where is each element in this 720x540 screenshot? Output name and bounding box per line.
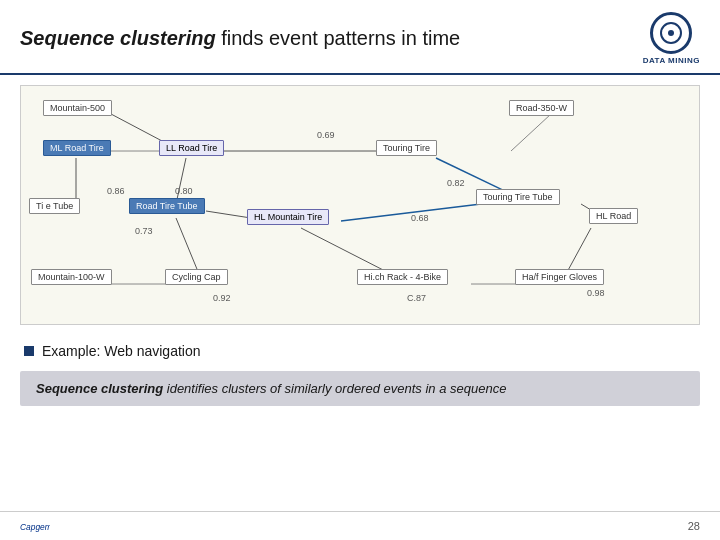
edge-label-c87: C.87 (407, 293, 426, 303)
node-ll-road: LL Road Tire (159, 140, 224, 156)
bullet-text: Example: Web navigation (42, 343, 201, 359)
svg-line-11 (301, 228, 391, 274)
node-touring-tire: Touring Tire (376, 140, 437, 156)
logo-text: DATA MINING (643, 56, 700, 65)
svg-line-12 (566, 228, 591, 274)
bottom-italic: Sequence clustering (36, 381, 163, 396)
node-hl-road: HL Road (589, 208, 638, 224)
node-road350: Road-350-W (509, 100, 574, 116)
node-half-finger: Ha/f Finger Gloves (515, 269, 604, 285)
bottom-box-text: Sequence clustering identifies clusters … (36, 381, 684, 396)
edge-label-098: 0.98 (587, 288, 605, 298)
svg-line-3 (511, 114, 551, 151)
logo-circle (650, 12, 692, 54)
edge-label-082: 0.82 (447, 178, 465, 188)
svg-text:Capgemini: Capgemini (20, 522, 50, 532)
svg-line-10 (176, 218, 199, 274)
capgemini-icon: Capgemini (20, 516, 50, 536)
title-italic: Sequence clustering (20, 27, 216, 49)
node-tire-tube: Ti e Tube (29, 198, 80, 214)
logo-dot (668, 30, 674, 36)
header: Sequence clustering finds event patterns… (0, 0, 720, 75)
node-hl-mountain: HL Mountain Tire (247, 209, 329, 225)
title-rest: finds event patterns in time (216, 27, 461, 49)
edge-label-086: 0.86 (107, 186, 125, 196)
node-mountain500: Mountain-500 (43, 100, 112, 116)
node-touring-tire-tube: Touring Tire Tube (476, 189, 560, 205)
bullet-icon (24, 346, 34, 356)
diagram-area: Mountain-500 ML Road Tire LL Road Tire T… (20, 85, 700, 325)
node-hitch-rack: Hi.ch Rack - 4-Bike (357, 269, 448, 285)
node-road-tire-tube: Road Tire Tube (129, 198, 205, 214)
node-mountain100: Mountain-100-W (31, 269, 112, 285)
node-ml-road: ML Road Tire (43, 140, 111, 156)
edge-label-092: 0.92 (213, 293, 231, 303)
edge-label-073: 0.73 (135, 226, 153, 236)
edge-label-069: 0.69 (317, 130, 335, 140)
page-number: 28 (688, 520, 700, 532)
edge-label-080: 0.80 (175, 186, 193, 196)
logo-area: DATA MINING (643, 12, 700, 65)
node-cycling-cap: Cycling Cap (165, 269, 228, 285)
bottom-box: Sequence clustering identifies clusters … (20, 371, 700, 406)
bottom-rest: identifies clusters of similarly ordered… (163, 381, 506, 396)
page-title: Sequence clustering finds event patterns… (20, 27, 460, 50)
bullet-section: Example: Web navigation (0, 335, 720, 367)
edge-label-068: 0.68 (411, 213, 429, 223)
svg-line-7 (206, 211, 251, 218)
logo-inner (660, 22, 682, 44)
capgemini-logo: Capgemini (20, 516, 50, 536)
footer: Capgemini 28 (0, 511, 720, 540)
